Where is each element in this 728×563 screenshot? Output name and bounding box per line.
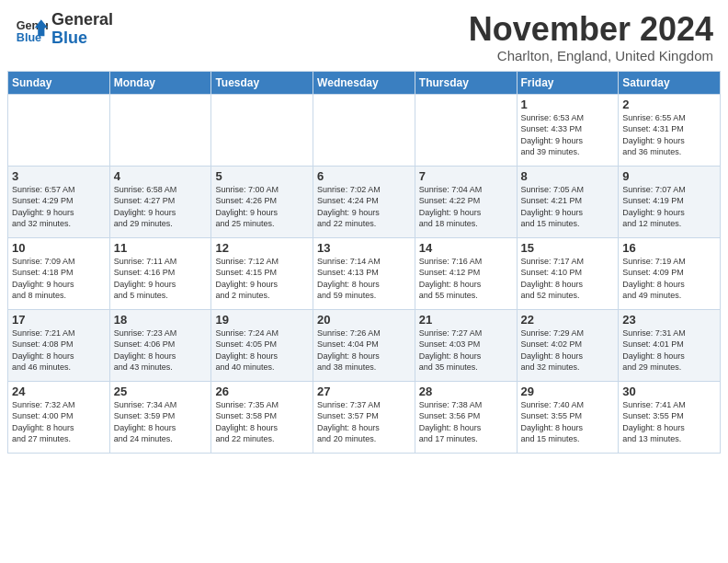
calendar-cell: 11Sunrise: 7:11 AM Sunset: 4:16 PM Dayli… [109, 237, 211, 309]
calendar-cell: 2Sunrise: 6:55 AM Sunset: 4:31 PM Daylig… [619, 94, 721, 166]
col-monday: Monday [109, 71, 211, 94]
week-row-4: 24Sunrise: 7:32 AM Sunset: 4:00 PM Dayli… [8, 381, 721, 453]
calendar-cell: 24Sunrise: 7:32 AM Sunset: 4:00 PM Dayli… [8, 381, 110, 453]
day-info: Sunrise: 7:31 AM Sunset: 4:01 PM Dayligh… [622, 327, 716, 373]
day-number: 21 [419, 313, 513, 327]
calendar-cell: 12Sunrise: 7:12 AM Sunset: 4:15 PM Dayli… [211, 237, 313, 309]
calendar-cell: 27Sunrise: 7:37 AM Sunset: 3:57 PM Dayli… [313, 381, 415, 453]
day-info: Sunrise: 7:12 AM Sunset: 4:15 PM Dayligh… [215, 256, 309, 302]
calendar-cell: 22Sunrise: 7:29 AM Sunset: 4:02 PM Dayli… [517, 309, 619, 381]
calendar-cell: 1Sunrise: 6:53 AM Sunset: 4:33 PM Daylig… [517, 94, 619, 166]
logo-general: General [51, 11, 113, 29]
day-number: 15 [521, 241, 615, 255]
calendar-cell: 17Sunrise: 7:21 AM Sunset: 4:08 PM Dayli… [8, 309, 110, 381]
day-number: 18 [114, 313, 208, 327]
day-number: 1 [521, 98, 615, 111]
calendar-cell: 7Sunrise: 7:04 AM Sunset: 4:22 PM Daylig… [415, 166, 517, 237]
day-number: 20 [317, 313, 411, 327]
day-info: Sunrise: 7:21 AM Sunset: 4:08 PM Dayligh… [12, 327, 106, 373]
col-tuesday: Tuesday [211, 71, 313, 94]
calendar-cell: 16Sunrise: 7:19 AM Sunset: 4:09 PM Dayli… [619, 237, 721, 309]
day-info: Sunrise: 6:55 AM Sunset: 4:31 PM Dayligh… [622, 112, 716, 158]
calendar-cell: 21Sunrise: 7:27 AM Sunset: 4:03 PM Dayli… [415, 309, 517, 381]
day-number: 10 [12, 241, 106, 255]
day-number: 16 [622, 241, 716, 255]
week-row-1: 3Sunrise: 6:57 AM Sunset: 4:29 PM Daylig… [8, 166, 721, 237]
day-info: Sunrise: 7:38 AM Sunset: 3:56 PM Dayligh… [419, 399, 513, 445]
col-thursday: Thursday [415, 71, 517, 94]
col-friday: Friday [517, 71, 619, 94]
header: General Blue General Blue November 2024 … [0, 0, 728, 71]
week-row-0: 1Sunrise: 6:53 AM Sunset: 4:33 PM Daylig… [8, 94, 721, 166]
calendar-cell: 19Sunrise: 7:24 AM Sunset: 4:05 PM Dayli… [211, 309, 313, 381]
day-info: Sunrise: 6:53 AM Sunset: 4:33 PM Dayligh… [521, 112, 615, 158]
day-number: 26 [215, 385, 309, 398]
day-number: 9 [622, 169, 716, 183]
day-number: 30 [622, 385, 716, 398]
day-number: 24 [12, 385, 106, 398]
calendar-cell: 5Sunrise: 7:00 AM Sunset: 4:26 PM Daylig… [211, 166, 313, 237]
month-title: November 2024 [469, 11, 713, 48]
day-number: 28 [419, 385, 513, 398]
svg-text:Blue: Blue [17, 30, 41, 43]
calendar-table: Sunday Monday Tuesday Wednesday Thursday… [7, 71, 721, 454]
calendar-cell: 6Sunrise: 7:02 AM Sunset: 4:24 PM Daylig… [313, 166, 415, 237]
day-number: 2 [622, 98, 716, 111]
day-number: 6 [317, 169, 411, 183]
day-info: Sunrise: 7:09 AM Sunset: 4:18 PM Dayligh… [12, 256, 106, 302]
day-info: Sunrise: 6:57 AM Sunset: 4:29 PM Dayligh… [12, 184, 106, 230]
calendar-cell [109, 94, 211, 166]
day-number: 13 [317, 241, 411, 255]
calendar-cell [211, 94, 313, 166]
calendar-container: Sunday Monday Tuesday Wednesday Thursday… [0, 71, 728, 461]
header-row: Sunday Monday Tuesday Wednesday Thursday… [8, 71, 721, 94]
calendar-cell [313, 94, 415, 166]
day-info: Sunrise: 7:41 AM Sunset: 3:55 PM Dayligh… [622, 399, 716, 445]
day-info: Sunrise: 7:32 AM Sunset: 4:00 PM Dayligh… [12, 399, 106, 445]
day-number: 4 [114, 169, 208, 183]
calendar-cell: 13Sunrise: 7:14 AM Sunset: 4:13 PM Dayli… [313, 237, 415, 309]
calendar-cell: 29Sunrise: 7:40 AM Sunset: 3:55 PM Dayli… [517, 381, 619, 453]
day-number: 19 [215, 313, 309, 327]
day-number: 25 [114, 385, 208, 398]
calendar-cell: 20Sunrise: 7:26 AM Sunset: 4:04 PM Dayli… [313, 309, 415, 381]
col-wednesday: Wednesday [313, 71, 415, 94]
calendar-cell: 9Sunrise: 7:07 AM Sunset: 4:19 PM Daylig… [619, 166, 721, 237]
logo-blue: Blue [51, 29, 113, 48]
day-info: Sunrise: 7:17 AM Sunset: 4:10 PM Dayligh… [521, 256, 615, 302]
day-number: 29 [521, 385, 615, 398]
day-number: 5 [215, 169, 309, 183]
week-row-2: 10Sunrise: 7:09 AM Sunset: 4:18 PM Dayli… [8, 237, 721, 309]
title-area: November 2024 Charlton, England, United … [469, 11, 713, 63]
logo-icon: General Blue [15, 13, 48, 46]
day-number: 22 [521, 313, 615, 327]
calendar-cell [8, 94, 110, 166]
day-number: 17 [12, 313, 106, 327]
day-info: Sunrise: 7:02 AM Sunset: 4:24 PM Dayligh… [317, 184, 411, 230]
day-info: Sunrise: 7:23 AM Sunset: 4:06 PM Dayligh… [114, 327, 208, 373]
col-sunday: Sunday [8, 71, 110, 94]
day-number: 27 [317, 385, 411, 398]
day-info: Sunrise: 7:14 AM Sunset: 4:13 PM Dayligh… [317, 256, 411, 302]
day-info: Sunrise: 7:27 AM Sunset: 4:03 PM Dayligh… [419, 327, 513, 373]
col-saturday: Saturday [619, 71, 721, 94]
calendar-cell: 23Sunrise: 7:31 AM Sunset: 4:01 PM Dayli… [619, 309, 721, 381]
calendar-cell: 8Sunrise: 7:05 AM Sunset: 4:21 PM Daylig… [517, 166, 619, 237]
day-info: Sunrise: 7:04 AM Sunset: 4:22 PM Dayligh… [419, 184, 513, 230]
logo: General Blue General Blue [15, 11, 113, 48]
day-number: 14 [419, 241, 513, 255]
day-info: Sunrise: 6:58 AM Sunset: 4:27 PM Dayligh… [114, 184, 208, 230]
day-number: 7 [419, 169, 513, 183]
day-number: 8 [521, 169, 615, 183]
day-info: Sunrise: 7:19 AM Sunset: 4:09 PM Dayligh… [622, 256, 716, 302]
day-info: Sunrise: 7:29 AM Sunset: 4:02 PM Dayligh… [521, 327, 615, 373]
calendar-cell: 14Sunrise: 7:16 AM Sunset: 4:12 PM Dayli… [415, 237, 517, 309]
day-info: Sunrise: 7:07 AM Sunset: 4:19 PM Dayligh… [622, 184, 716, 230]
calendar-cell: 4Sunrise: 6:58 AM Sunset: 4:27 PM Daylig… [109, 166, 211, 237]
day-number: 3 [12, 169, 106, 183]
logo-text: General Blue [51, 11, 113, 48]
calendar-cell: 26Sunrise: 7:35 AM Sunset: 3:58 PM Dayli… [211, 381, 313, 453]
day-info: Sunrise: 7:00 AM Sunset: 4:26 PM Dayligh… [215, 184, 309, 230]
day-info: Sunrise: 7:34 AM Sunset: 3:59 PM Dayligh… [114, 399, 208, 445]
day-number: 12 [215, 241, 309, 255]
